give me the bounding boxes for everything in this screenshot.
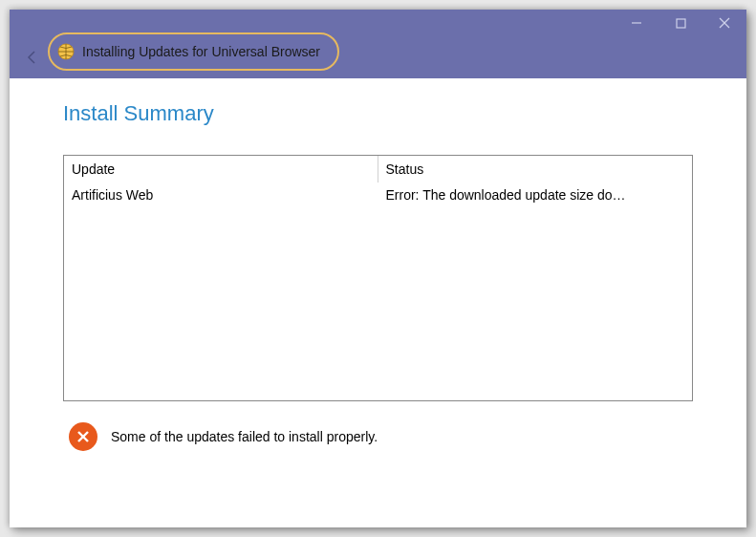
titlebar: Installing Updates for Universal Browser xyxy=(10,10,746,78)
footer-text: Some of the updates failed to install pr… xyxy=(111,429,378,444)
page-title: Install Summary xyxy=(63,101,693,126)
table-header: Update Status xyxy=(64,156,692,183)
footer-message: Some of the updates failed to install pr… xyxy=(69,422,693,451)
title-pill: Installing Updates for Universal Browser xyxy=(48,32,339,71)
globe-icon xyxy=(57,43,75,60)
cell-update: Artificius Web xyxy=(64,187,378,203)
col-status-header[interactable]: Status xyxy=(378,156,693,183)
content-area: Install Summary Update Status Artificius… xyxy=(10,78,746,527)
table-row[interactable]: Artificius Web Error: The downloaded upd… xyxy=(64,183,692,207)
installer-window: Installing Updates for Universal Browser… xyxy=(10,10,746,527)
maximize-button[interactable] xyxy=(659,10,702,36)
minimize-button[interactable] xyxy=(615,10,659,36)
back-button[interactable] xyxy=(19,44,46,71)
cell-status: Error: The downloaded update size do… xyxy=(378,187,693,203)
col-update-header[interactable]: Update xyxy=(64,156,378,183)
summary-table: Update Status Artificius Web Error: The … xyxy=(63,155,693,401)
close-button[interactable] xyxy=(702,10,746,36)
window-controls xyxy=(615,10,746,36)
svg-rect-1 xyxy=(677,19,685,28)
window-title: Installing Updates for Universal Browser xyxy=(82,44,320,59)
error-icon xyxy=(69,422,97,451)
